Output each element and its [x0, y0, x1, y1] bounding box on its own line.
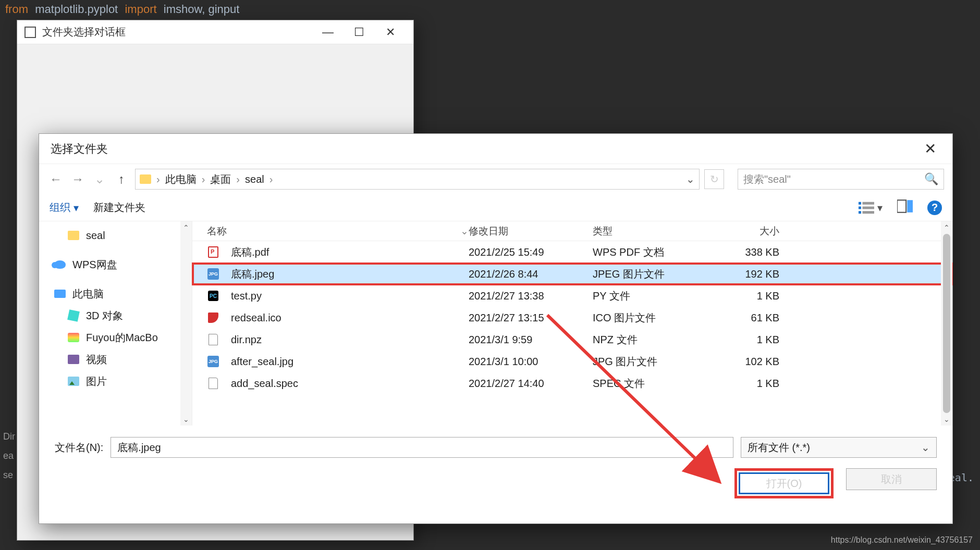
tree-item[interactable]: 3D 对象 — [39, 305, 192, 327]
scrollbar-thumb[interactable] — [943, 234, 950, 413]
svg-rect-5 — [863, 211, 875, 214]
scroll-up-icon[interactable]: ⌃ — [183, 223, 189, 232]
file-icon — [207, 377, 219, 390]
file-type: NPZ 文件 — [593, 333, 717, 347]
file-date: 2021/3/1 10:00 — [469, 356, 593, 368]
tree-scrollbar[interactable]: ⌃ ⌄ — [180, 221, 192, 426]
minimize-button[interactable]: — — [312, 21, 344, 44]
jpg-icon: JPG — [207, 355, 219, 368]
tree-item-label: WPS网盘 — [72, 258, 117, 272]
forward-button[interactable]: → — [69, 171, 86, 188]
dialog-bottom-panel: 文件名(N): 所有文件 (*.*) ⌄ 打开(O) 取消 — [39, 426, 952, 510]
list-scrollbar[interactable]: ⌃ ⌄ — [941, 221, 952, 426]
svg-rect-0 — [859, 202, 861, 204]
scroll-down-icon[interactable]: ⌄ — [183, 415, 189, 423]
tree-item[interactable]: 视频 — [39, 348, 192, 370]
file-row[interactable]: 底稿.pdf2021/2/25 15:49WPS PDF 文档338 KB — [192, 241, 952, 263]
pdf-icon — [207, 246, 219, 258]
folder-icon — [67, 230, 80, 241]
file-open-dialog: 选择文件夹 ✕ ← → ⌄ ↑ › 此电脑 › 桌面 › seal › ⌄ ↻ … — [39, 133, 953, 524]
up-button[interactable]: ↑ — [113, 171, 130, 188]
3d-icon — [67, 310, 80, 321]
wps-icon — [54, 259, 66, 270]
file-icon — [207, 333, 219, 346]
chevron-down-icon: ▾ — [74, 202, 79, 214]
col-header-date[interactable]: 修改日期 — [469, 224, 593, 238]
breadcrumb-pc[interactable]: 此电脑 — [165, 172, 197, 186]
file-row[interactable]: JPG底稿.jpeg2021/2/26 8:44JPEG 图片文件192 KB — [192, 263, 952, 285]
refresh-button[interactable]: ↻ — [704, 169, 724, 189]
dialog-close-button[interactable]: ✕ — [919, 138, 941, 160]
col-header-size[interactable]: 大小 — [717, 224, 795, 238]
breadcrumb-desktop[interactable]: 桌面 — [210, 172, 231, 186]
file-type: WPS PDF 文档 — [593, 245, 717, 259]
file-row[interactable]: redseal.ico2021/2/27 13:15ICO 图片文件61 KB — [192, 307, 952, 329]
breadcrumb-seal[interactable]: seal — [245, 173, 264, 185]
organize-menu[interactable]: 组织 ▾ — [50, 201, 79, 215]
file-size: 61 KB — [717, 312, 795, 324]
close-button[interactable]: ✕ — [375, 21, 406, 44]
file-row[interactable]: dir.npz2021/3/1 9:59NPZ 文件1 KB — [192, 329, 952, 351]
search-placeholder: 搜索"seal" — [743, 172, 791, 186]
tree-item[interactable]: 图片 — [39, 370, 192, 392]
filename-input[interactable] — [111, 437, 733, 458]
file-size: 338 KB — [717, 246, 795, 258]
ico-icon — [207, 311, 219, 324]
file-date: 2021/2/26 8:44 — [469, 268, 593, 280]
tree-item[interactable]: seal — [39, 224, 192, 246]
file-type: JPEG 图片文件 — [593, 267, 717, 281]
address-bar[interactable]: › 此电脑 › 桌面 › seal › ⌄ — [135, 169, 700, 190]
file-row[interactable]: add_seal.spec2021/2/27 14:40SPEC 文件1 KB — [192, 372, 952, 394]
view-mode-button[interactable]: ▾ — [859, 201, 883, 215]
open-button[interactable]: 打开(O) — [739, 472, 829, 494]
address-dropdown-icon[interactable]: ⌄ — [686, 173, 695, 185]
file-size: 1 KB — [717, 290, 795, 302]
video-icon — [67, 354, 80, 365]
file-row[interactable]: JPGafter_seal.jpg2021/3/1 10:00JPG 图片文件1… — [192, 351, 952, 372]
tree-item[interactable]: WPS网盘 — [39, 254, 192, 276]
watermark: https://blog.csdn.net/weixin_43756157 — [831, 535, 973, 545]
scroll-down-icon[interactable]: ⌄ — [944, 415, 950, 423]
file-name: add_seal.spec — [231, 378, 298, 390]
svg-rect-3 — [863, 206, 875, 209]
tree-item-label: seal — [86, 230, 105, 242]
tree-item-label: 图片 — [86, 374, 107, 389]
preview-pane-button[interactable] — [897, 199, 913, 216]
search-input[interactable]: 搜索"seal" 🔍 — [738, 169, 944, 190]
annotation-open-highlight: 打开(O) — [734, 468, 834, 498]
chevron-down-icon: ▾ — [877, 202, 883, 214]
file-size: 192 KB — [717, 268, 795, 280]
editor-gutter-tags: Dir ea se — [0, 427, 18, 485]
file-row[interactable]: PCtest.py2021/2/27 13:38PY 文件1 KB — [192, 285, 952, 307]
tree-item-label: 3D 对象 — [86, 309, 123, 323]
cancel-button[interactable]: 取消 — [846, 468, 937, 490]
scroll-up-icon[interactable]: ⌃ — [944, 223, 950, 232]
col-header-name[interactable]: 名称⌄ — [192, 224, 469, 238]
tree-item[interactable]: Fuyou的MacBo — [39, 327, 192, 348]
chevron-down-icon: ⌄ — [921, 441, 930, 454]
svg-rect-7 — [907, 200, 913, 213]
file-name: test.py — [231, 290, 262, 302]
dialog-title: 选择文件夹 — [51, 141, 919, 157]
back-button[interactable]: ← — [47, 171, 64, 188]
editor-background: from matplotlib.pyplot import imshow, gi… — [0, 0, 980, 19]
file-filter-combo[interactable]: 所有文件 (*.*) ⌄ — [741, 437, 937, 458]
maximize-button[interactable]: ☐ — [344, 21, 375, 44]
file-name: 底稿.jpeg — [231, 267, 274, 281]
new-folder-button[interactable]: 新建文件夹 — [93, 201, 145, 215]
file-type: ICO 图片文件 — [593, 311, 717, 325]
app-icon — [24, 27, 36, 38]
tree-item[interactable]: 此电脑 — [39, 283, 192, 305]
dialog-nav-bar: ← → ⌄ ↑ › 此电脑 › 桌面 › seal › ⌄ ↻ 搜索"seal"… — [39, 164, 952, 194]
svg-rect-4 — [859, 211, 861, 214]
tree-item-label: 视频 — [86, 353, 107, 367]
folder-icon — [140, 174, 151, 184]
dialog-header: 选择文件夹 ✕ — [39, 134, 952, 164]
help-button[interactable]: ? — [927, 201, 942, 215]
dropdown-history-icon[interactable]: ⌄ — [91, 171, 108, 188]
parent-title-bar[interactable]: 文件夹选择对话框 — ☐ ✕ — [17, 20, 413, 44]
file-date: 2021/2/27 13:38 — [469, 290, 593, 302]
col-header-type[interactable]: 类型 — [593, 224, 717, 238]
parent-window-title: 文件夹选择对话框 — [42, 25, 312, 39]
jpg-icon: JPG — [207, 268, 219, 280]
